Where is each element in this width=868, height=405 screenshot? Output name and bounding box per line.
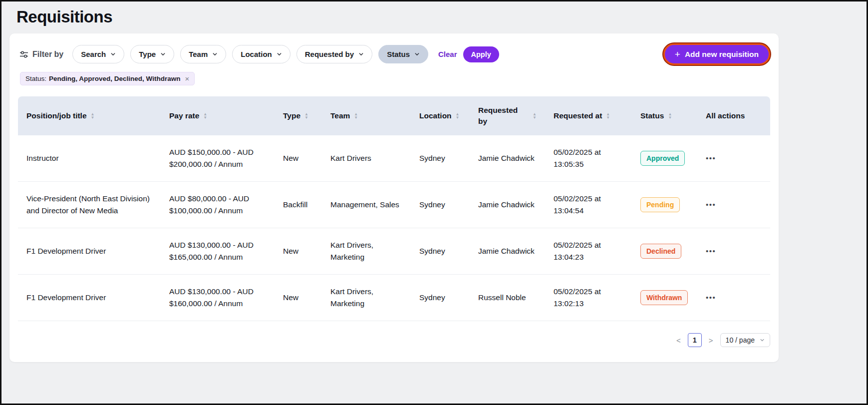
applied-filters-row: Status: Pending, Approved, Declined, Wit…: [20, 72, 770, 85]
add-new-requisition-button[interactable]: + Add new requisition: [663, 43, 770, 65]
cell-position: Vice-President (North East Division) and…: [18, 182, 161, 228]
cell-requested-at: 05/02/2025 at 13:04:54: [545, 182, 632, 228]
prev-page-button[interactable]: <: [674, 335, 683, 346]
column-label: Status: [640, 110, 664, 121]
status-badge: Declined: [640, 244, 681, 259]
cell-status: Declined: [632, 233, 697, 270]
column-label: Team: [330, 110, 350, 121]
requisitions-card: Filter by Search Type Team Location Requ…: [9, 33, 779, 362]
cell-team: Management, Sales: [322, 188, 411, 222]
page-size-select[interactable]: 10 / page: [720, 333, 770, 347]
filter-by-label: Filter by: [32, 50, 63, 59]
apply-filters-button[interactable]: Apply: [463, 46, 499, 62]
sort-icon[interactable]: ▲▼: [668, 112, 672, 120]
cell-actions: •••: [697, 141, 770, 175]
filter-by: Filter by: [20, 50, 63, 59]
cell-requested-by: Jamie Chadwick: [470, 188, 545, 222]
sort-desc-icon: ▼: [668, 116, 672, 120]
filter-chip-label: Status: [387, 50, 410, 58]
applied-filter-tag: Status: Pending, Approved, Declined, Wit…: [20, 72, 195, 85]
cell-requested-at: 05/02/2025 at 13:04:23: [545, 228, 632, 274]
cell-actions: •••: [697, 188, 770, 222]
next-page-button[interactable]: >: [707, 335, 715, 346]
cell-requested-by: Russell Noble: [470, 281, 545, 315]
cell-type: New: [275, 141, 322, 175]
sort-desc-icon: ▼: [533, 116, 537, 120]
sort-icon[interactable]: ▲▼: [91, 112, 95, 120]
table-row: F1 Development Driver AUD $130,000.00 - …: [18, 275, 770, 321]
cell-position: F1 Development Driver: [18, 281, 161, 315]
filter-chip-requested-by[interactable]: Requested by: [296, 45, 372, 63]
column-label: Position/job title: [26, 110, 87, 121]
filter-chip-label: Team: [189, 50, 208, 58]
cell-location: Sydney: [411, 188, 470, 222]
cell-requested-at: 05/02/2025 at 13:05:35: [545, 135, 632, 181]
sort-desc-icon: ▼: [203, 116, 207, 120]
page-title: Requisitions: [1, 1, 867, 33]
cell-actions: •••: [697, 234, 770, 268]
column-label: Requested at: [554, 110, 602, 121]
more-actions-button[interactable]: •••: [706, 293, 716, 302]
column-header-type: Type ▲▼: [275, 110, 322, 121]
table-row: Instructor AUD $150,000.00 - AUD $200,00…: [18, 135, 770, 182]
sort-icon[interactable]: ▲▼: [304, 112, 308, 120]
chevron-down-icon: [414, 51, 420, 57]
cell-pay-rate: AUD $130,000.00 - AUD $165,000.00 / Annu…: [161, 228, 275, 274]
more-actions-button[interactable]: •••: [706, 247, 716, 255]
pagination: < 1 > 10 / page: [18, 333, 770, 347]
page-size-label: 10 / page: [726, 336, 755, 344]
chevron-down-icon: [160, 51, 166, 57]
chevron-down-icon: [110, 51, 116, 57]
more-actions-button[interactable]: •••: [706, 154, 716, 162]
column-label: Type: [283, 110, 300, 121]
filter-chip-search[interactable]: Search: [72, 45, 124, 63]
cell-pay-rate: AUD $150,000.00 - AUD $200,000.00 / Annu…: [161, 135, 275, 181]
cell-team: Kart Drivers, Marketing: [322, 228, 411, 274]
table-header-row: Position/job title ▲▼ Pay rate ▲▼ Type ▲…: [18, 96, 770, 135]
column-header-requested-at: Requested at ▲▼: [545, 110, 632, 121]
sort-desc-icon: ▼: [456, 116, 460, 120]
sort-desc-icon: ▼: [91, 116, 95, 120]
cell-requested-by: Jamie Chadwick: [470, 141, 545, 175]
sort-icon[interactable]: ▲▼: [606, 112, 610, 120]
filter-chip-team[interactable]: Team: [180, 45, 226, 63]
filter-chip-label: Type: [139, 50, 156, 58]
column-header-requested-by: Requested by ▲▼: [470, 105, 545, 127]
sort-desc-icon: ▼: [354, 116, 358, 120]
filter-chip-type[interactable]: Type: [130, 45, 174, 63]
sort-icon[interactable]: ▲▼: [203, 112, 207, 120]
filter-chip-label: Requested by: [305, 50, 354, 58]
cell-location: Sydney: [411, 281, 470, 315]
sort-desc-icon: ▼: [606, 116, 610, 120]
column-header-pay-rate: Pay rate ▲▼: [161, 110, 275, 121]
plus-icon: +: [675, 49, 680, 59]
column-header-team: Team ▲▼: [322, 110, 411, 121]
sort-icon[interactable]: ▲▼: [533, 112, 537, 120]
chevron-down-icon: [277, 51, 282, 57]
chevron-down-icon: [760, 338, 765, 343]
cell-pay-rate: AUD $130,000.00 - AUD $160,000.00 / Annu…: [161, 275, 275, 321]
table-row: F1 Development Driver AUD $130,000.00 - …: [18, 228, 770, 275]
filter-chip-location[interactable]: Location: [232, 45, 290, 63]
cell-type: New: [275, 281, 322, 315]
column-header-location: Location ▲▼: [411, 110, 470, 121]
column-label: Location: [419, 110, 452, 121]
current-page-button[interactable]: 1: [688, 333, 702, 347]
cell-team: Kart Drivers, Marketing: [322, 275, 411, 321]
filter-chip-status[interactable]: Status: [378, 45, 428, 63]
sort-icon[interactable]: ▲▼: [354, 112, 358, 120]
cell-actions: •••: [697, 281, 770, 315]
filter-sliders-icon: [20, 51, 28, 58]
chevron-down-icon: [358, 51, 364, 57]
column-header-all-actions: All actions: [697, 110, 770, 121]
cell-requested-by: Jamie Chadwick: [470, 234, 545, 268]
column-label: Requested by: [478, 105, 529, 127]
clear-filters-button[interactable]: Clear: [438, 50, 457, 58]
filter-chip-label: Search: [81, 50, 106, 58]
cell-type: New: [275, 234, 322, 268]
remove-filter-icon[interactable]: ×: [185, 75, 189, 82]
cell-status: Pending: [632, 186, 697, 223]
more-actions-button[interactable]: •••: [706, 200, 716, 209]
sort-icon[interactable]: ▲▼: [456, 112, 460, 120]
column-label: Pay rate: [169, 110, 199, 121]
